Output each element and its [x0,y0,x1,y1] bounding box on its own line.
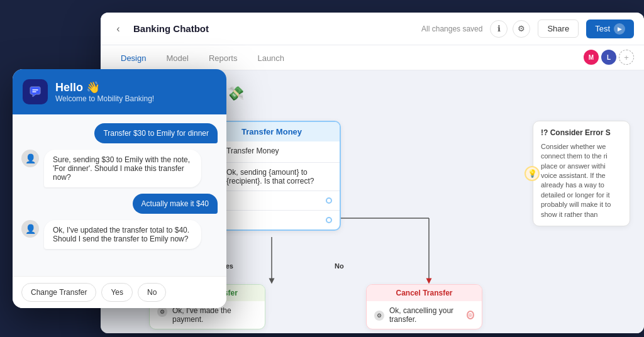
chat-body: Transfer $30 to Emily for dinner 👤 Sure,… [13,114,226,276]
cancel-transfer-node[interactable]: Cancel Transfer ⚙ Ok, cancelling your tr… [366,284,482,329]
hint-body: Consider whether we connect them to the … [541,142,622,219]
hint-title: !? Consider Error S [541,128,622,138]
tab-model[interactable]: Model [156,47,198,70]
user-message-1: Transfer $30 to Emily for dinner [94,123,218,143]
chat-greeting: Hello 👋 [55,80,154,94]
save-status: All changes saved [421,25,482,33]
bot-message-1: Sure, sending $30 to Emily with the note… [44,150,201,187]
bot-message-row-2: 👤 Ok, I've updated the transfer total to… [21,220,218,249]
hint-card: 💡 !? Consider Error S Consider whether w… [533,121,630,226]
cancel-icon: ⚙ [374,311,384,321]
option-yes-dot [326,217,332,223]
cancel-header: Cancel Transfer [367,285,482,301]
user-message-2: Actually make it $40 [133,194,218,214]
change-transfer-button[interactable]: Change Transfer [21,283,96,302]
cancel-text: Ok, cancelling your transfer. [389,306,462,324]
no-button[interactable]: No [138,283,166,302]
bulb-icon: 💡 [525,166,540,181]
avatar-l: L [601,50,616,65]
share-button[interactable]: Share [538,19,579,38]
topbar-icons: ℹ ⚙ [490,20,530,38]
chat-panel: Hello 👋 Welcome to Mobility Banking! Tra… [13,69,226,308]
cancel-dot: ⊕ [467,311,474,319]
app-title: Banking Chatbot [133,23,414,34]
chat-logo [23,79,48,104]
chat-subtitle: Welcome to Mobility Banking! [55,94,154,103]
node-intent-text: Transfer Money [226,146,279,155]
bot-message-row-1: 👤 Sure, sending $30 to Emily with the no… [21,150,218,187]
test-button[interactable]: Test ▶ [586,19,634,38]
tab-launch[interactable]: Launch [247,47,294,70]
bot-message-2: Ok, I've updated the transfer total to $… [44,220,201,249]
chat-header: Hello 👋 Welcome to Mobility Banking! [13,69,226,114]
tab-reports[interactable]: Reports [199,47,248,70]
option-no-dot [326,197,332,204]
yes-button[interactable]: Yes [101,283,133,302]
back-button[interactable]: ‹ [111,21,126,36]
topbar: ‹ Banking Chatbot All changes saved ℹ ⚙ … [101,13,644,45]
chat-footer: Change Transfer Yes No [13,276,226,308]
nav-avatars: M L + [584,50,634,70]
node-message-text: Ok, sending {amount} to {recipient}. Is … [226,168,332,185]
chat-header-text: Hello 👋 Welcome to Mobility Banking! [55,80,154,103]
add-user-button[interactable]: + [619,50,634,65]
no-label: No [335,262,344,270]
confirm-text: Ok, I've made the payment. [172,306,257,324]
cancel-row: ⚙ Ok, cancelling your transfer. ⊕ [367,301,482,329]
info-icon[interactable]: ℹ [490,20,508,38]
bot-avatar-2: 👤 [21,220,39,238]
confirm-icon: ⚙ [157,307,167,317]
bot-avatar-1: 👤 [21,150,39,167]
play-icon: ▶ [614,23,625,35]
settings-icon[interactable]: ⚙ [513,20,530,38]
avatar-m: M [584,50,599,65]
tab-design[interactable]: Design [111,47,156,70]
nav-tabs: Design Model Reports Launch M L + [101,45,644,70]
